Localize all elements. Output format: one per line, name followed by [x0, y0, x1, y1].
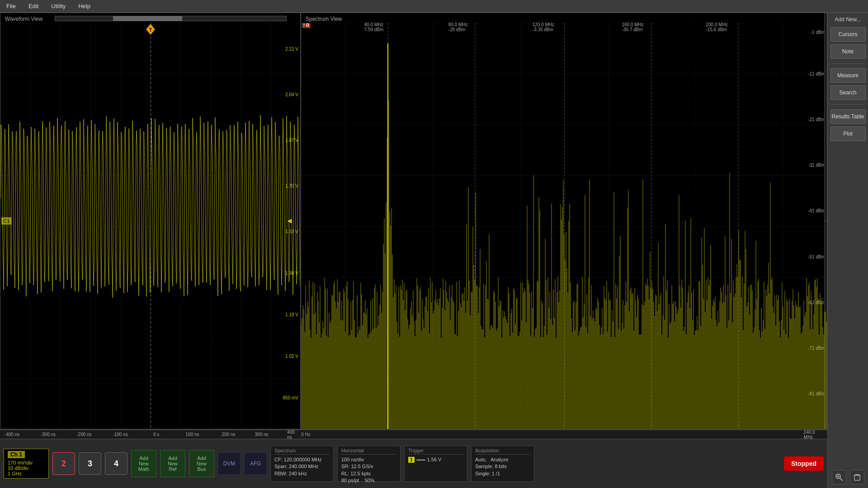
spectrum-span: Span: 240.000 MHz — [274, 463, 330, 470]
bottom-right-buttons — [832, 470, 864, 484]
spectrum-title: Spectrum View — [306, 16, 342, 22]
trigger-panel: Trigger 1 1.56 V — [404, 446, 467, 482]
spectrum-rbw: RBW: 240 kHz — [274, 470, 330, 477]
horizontal-panel: Horizontal 100 ns/div SR: 12.5 GS/s RL: … — [337, 446, 401, 482]
ch1-db-div: 10 dB/div — [8, 465, 45, 471]
results-table-button[interactable]: Results Table — [830, 109, 866, 124]
menu-edit[interactable]: Edit — [26, 2, 41, 10]
svg-line-3 — [840, 478, 843, 481]
ch1-info: Ch 1 170 mV/div 10 dB/div 1 GHz — [4, 449, 49, 479]
freq-end: 240.0 MHz — [804, 430, 820, 440]
measure-button[interactable]: Measure — [830, 68, 866, 83]
bottom-bar: Ch 1 170 mV/div 10 dB/div 1 GHz 2 3 4 Ad… — [0, 438, 827, 488]
add-new-label: Add New... — [835, 16, 861, 23]
note-button[interactable]: Note — [830, 44, 866, 59]
spectrum-view: Spectrum View N R 40.0 MHz 7.59 dBm 80.0… — [301, 13, 827, 429]
time-axis: -400 ns -300 ns -200 ns -100 ns 0 s 100 … — [0, 430, 301, 439]
time-label-8: 300 ns — [255, 432, 269, 437]
acq-single: Single: 1 /1 — [475, 470, 530, 477]
time-label-6: 100 ns — [186, 432, 199, 437]
menu-help[interactable]: Help — [75, 2, 93, 10]
menu-utility[interactable]: Utility — [48, 2, 68, 10]
top-views: Waveform View T C1 ◄ 2.21 V 2.04 V — [0, 13, 827, 429]
search-button[interactable]: Search — [830, 85, 866, 100]
dvm-button[interactable]: DVM — [218, 452, 241, 475]
svg-text:T: T — [149, 28, 151, 33]
time-label-7: 200 ns — [222, 432, 235, 437]
trigger-line-icon — [416, 460, 425, 460]
freq-axis: 0 Hz 240.0 MHz — [301, 430, 827, 439]
trigger-indicator: 1 1.56 V — [408, 456, 441, 463]
stopped-button[interactable]: Stopped — [784, 456, 824, 471]
add-math-button[interactable]: Add New Math — [131, 450, 156, 477]
toolbar-separator-1 — [832, 63, 864, 64]
waveform-scrollbar[interactable] — [55, 16, 287, 21]
time-label-9: 400 ns — [287, 430, 296, 440]
trigger-panel-title: Trigger — [408, 448, 463, 455]
trigger-voltage: 1.56 V — [427, 456, 442, 463]
waveform-scrollbar-thumb[interactable] — [113, 16, 182, 21]
time-label-2: -300 ns — [41, 432, 56, 437]
horizontal-ns-div: 100 ns/div — [341, 456, 396, 463]
axis-row: -400 ns -300 ns -200 ns -100 ns 0 s 100 … — [0, 429, 827, 438]
horizontal-ps: 80 ps/pt 50% — [341, 477, 396, 484]
channel-2-button[interactable]: 2 — [52, 452, 75, 475]
freq-start: 0 Hz — [301, 432, 311, 437]
waveform-title: Waveform View — [5, 16, 42, 22]
acq-mode: Auto, Analyze — [475, 456, 530, 463]
toolbar-separator-2 — [832, 104, 864, 105]
ch1-mv-div: 170 mV/div — [8, 460, 45, 465]
afg-button[interactable]: AFG — [244, 452, 267, 475]
add-bus-button[interactable]: Add New Bus — [189, 450, 214, 477]
spectrum-panel-title: Spectrum — [274, 448, 330, 455]
ch1-freq: 1 GHz — [8, 471, 45, 476]
spectrum-canvas — [301, 23, 827, 429]
horizontal-sr: SR: 12.5 GS/s — [341, 463, 396, 470]
zoom-button[interactable] — [832, 470, 846, 484]
add-ref-button[interactable]: Add New Ref — [160, 450, 185, 477]
main-layout: Waveform View T C1 ◄ 2.21 V 2.04 V — [0, 13, 868, 488]
acquisition-panel-title: Acquisition — [475, 448, 530, 455]
acq-sample: Sample: 8 bits — [475, 463, 530, 470]
right-toolbar: Add New... Cursors Note Measure Search R… — [827, 13, 868, 488]
channel-3-button[interactable]: 3 — [79, 452, 101, 475]
menu-bar: File Edit Utility Help — [0, 0, 868, 13]
time-label-4: -100 ns — [113, 432, 127, 437]
cursors-button[interactable]: Cursors — [830, 27, 866, 42]
time-label-1: -400 ns — [5, 432, 19, 437]
ch1-label: Ch 1 — [8, 451, 25, 458]
spectrum-cf: CF: 120.000000 MHz — [274, 456, 330, 463]
time-label-5: 0 s — [153, 432, 159, 437]
waveform-view: Waveform View T C1 ◄ 2.21 V 2.04 V — [0, 13, 301, 429]
horizontal-rl: RL: 12.5 kpts — [341, 470, 396, 477]
time-label-3: -200 ns — [77, 432, 92, 437]
spectrum-panel: Spectrum CF: 120.000000 MHz Span: 240.00… — [270, 446, 334, 482]
trigger-marker: T — [146, 24, 155, 36]
svg-rect-6 — [854, 475, 860, 480]
acquisition-panel: Acquisition Auto, Analyze Sample: 8 bits… — [471, 446, 534, 482]
views-area: Waveform View T C1 ◄ 2.21 V 2.04 V — [0, 13, 827, 488]
menu-file[interactable]: File — [4, 2, 19, 10]
plot-button[interactable]: Plot — [830, 127, 866, 141]
horizontal-panel-title: Horizontal — [341, 448, 396, 455]
delete-button[interactable] — [850, 470, 864, 484]
waveform-canvas — [0, 23, 301, 429]
channel-4-button[interactable]: 4 — [105, 452, 127, 475]
trigger-channel: 1 — [408, 457, 415, 463]
